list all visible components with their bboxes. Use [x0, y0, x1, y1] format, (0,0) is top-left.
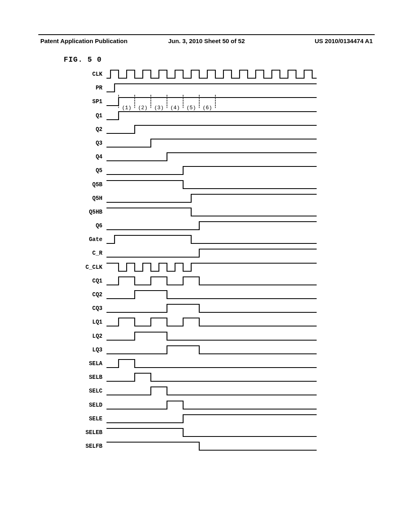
signal-row: SELC — [77, 384, 331, 397]
waveform — [106, 287, 320, 301]
waveform — [106, 150, 320, 163]
signal-row: SELB — [77, 370, 331, 384]
timing-diagram: CLKPRSP1Q1Q2Q3Q4Q5Q5BQ5HQ5HBQ6GateC_RC_C… — [77, 67, 331, 453]
signal-row: SELA — [77, 356, 331, 370]
signal-row: Q5H — [77, 191, 331, 205]
waveform — [106, 81, 320, 94]
signal-row: Q4 — [77, 150, 331, 163]
signal-row: CQ2 — [77, 287, 331, 301]
waveform — [106, 384, 320, 397]
signal-row: Q3 — [77, 136, 331, 150]
signal-label: Q1 — [77, 112, 102, 119]
waveform — [106, 439, 320, 453]
waveform — [106, 343, 320, 356]
signal-label: Q3 — [77, 140, 102, 146]
signal-label: SELD — [77, 402, 102, 408]
waveform — [106, 136, 320, 150]
waveform — [106, 274, 320, 287]
header-mid: Jun. 3, 2010 Sheet 50 of 52 — [151, 37, 262, 44]
signal-label: SELA — [77, 360, 102, 367]
signal-row: CLK — [77, 67, 331, 81]
waveform — [106, 411, 320, 425]
waveform — [106, 67, 320, 81]
waveform — [106, 260, 320, 274]
clock-marker: (5) — [186, 105, 196, 111]
waveform — [106, 370, 320, 384]
signal-label: SELC — [77, 388, 102, 394]
waveform — [106, 191, 320, 205]
clock-marker: (2) — [138, 105, 147, 111]
clock-marker: (1) — [122, 105, 131, 111]
signal-row: CQ3 — [77, 301, 331, 315]
waveform — [106, 425, 320, 439]
signal-row: Q5 — [77, 163, 331, 177]
signal-row: SELEB — [77, 425, 331, 439]
signal-row: Q5B — [77, 177, 331, 191]
signal-label: CLK — [77, 71, 102, 77]
waveform — [106, 329, 320, 343]
signal-label: Q5B — [77, 181, 102, 188]
waveform — [106, 246, 320, 260]
signal-row: SELD — [77, 398, 331, 411]
header-right: US 2010/0134474 A1 — [262, 37, 373, 44]
signal-row: Q6 — [77, 218, 331, 232]
waveform — [106, 301, 320, 315]
waveform — [106, 205, 320, 218]
signal-label: Q4 — [77, 154, 102, 160]
waveform — [106, 163, 320, 177]
signal-label: Q5HB — [77, 209, 102, 215]
signal-row: LQ3 — [77, 343, 331, 356]
signal-row: Q2 — [77, 122, 331, 136]
signal-label: SELE — [77, 416, 102, 422]
signal-label: SP1 — [77, 98, 102, 105]
signal-row: SELE — [77, 411, 331, 425]
signal-label: CQ1 — [77, 278, 102, 284]
signal-label: PR — [77, 85, 102, 91]
signal-label: C_R — [77, 250, 102, 256]
signal-row: PR — [77, 81, 331, 94]
header-left: Patent Application Publication — [40, 37, 151, 44]
waveform — [106, 122, 320, 136]
signal-row: SELFB — [77, 439, 331, 453]
signal-label: CQ2 — [77, 291, 102, 298]
signal-label: Q6 — [77, 222, 102, 229]
signal-row: LQ2 — [77, 329, 331, 343]
clock-marker: (3) — [154, 105, 163, 111]
signal-row: C_CLK — [77, 260, 331, 274]
signal-row: CQ1 — [77, 274, 331, 287]
signal-row: LQ1 — [77, 315, 331, 328]
clock-marker: (6) — [202, 105, 212, 111]
page-header: Patent Application Publication Jun. 3, 2… — [0, 34, 413, 44]
signal-label: LQ1 — [77, 319, 102, 325]
signal-label: C_CLK — [77, 264, 102, 270]
signal-label: SELEB — [77, 429, 102, 436]
signal-label: Gate — [77, 236, 102, 243]
waveform — [106, 177, 320, 191]
signal-label: Q5H — [77, 195, 102, 202]
waveform — [106, 315, 320, 328]
signal-label: Q5 — [77, 167, 102, 174]
signal-label: Q2 — [77, 126, 102, 133]
signal-label: CQ3 — [77, 305, 102, 312]
signal-label: SELB — [77, 374, 102, 380]
signal-row: Gate — [77, 232, 331, 246]
waveform — [106, 356, 320, 370]
waveform — [106, 232, 320, 246]
signal-label: SELFB — [77, 443, 102, 449]
signal-row: C_R — [77, 246, 331, 260]
clock-marker: (4) — [170, 105, 179, 111]
waveform — [106, 398, 320, 411]
signal-label: LQ2 — [77, 333, 102, 339]
waveform — [106, 218, 320, 232]
figure-label: FIG. 5 0 — [64, 56, 102, 64]
signal-label: LQ3 — [77, 347, 102, 353]
signal-row: Q5HB — [77, 205, 331, 218]
